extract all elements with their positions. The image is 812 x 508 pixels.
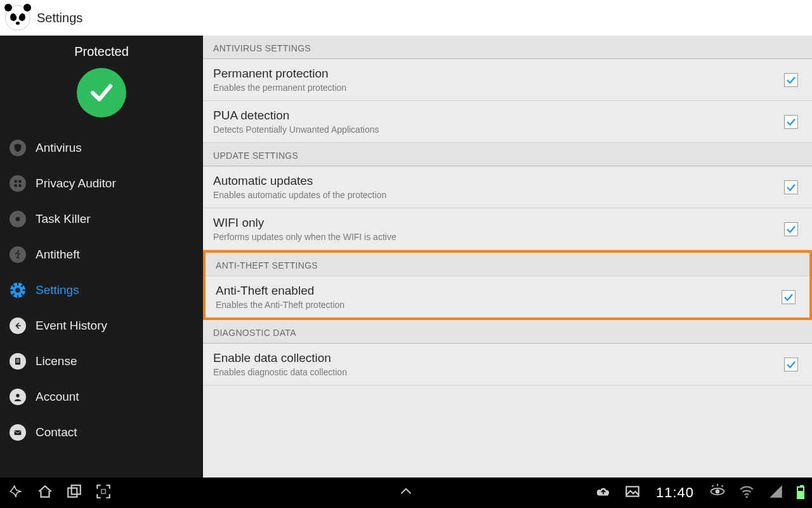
protection-status-label: Protected (0, 44, 203, 59)
svg-rect-17 (16, 359, 19, 360)
svg-rect-9 (17, 295, 18, 298)
sidebar-item-antivirus[interactable]: Antivirus (0, 130, 203, 166)
sidebar-item-antitheft[interactable]: Antitheft (0, 237, 203, 272)
sidebar-item-label: License (36, 354, 77, 368)
home-icon[interactable] (37, 483, 53, 502)
system-navbar: 11:40 (0, 478, 812, 508)
svg-rect-0 (15, 180, 17, 183)
svg-rect-25 (626, 486, 639, 496)
svg-rect-21 (15, 431, 22, 435)
setting-title: Enable data collection (213, 351, 784, 365)
setting-title: PUA detection (213, 109, 784, 123)
checkbox[interactable] (784, 222, 798, 236)
sidebar-item-label: Task Killer (36, 212, 91, 226)
app-bar-title: Settings (37, 11, 82, 25)
svg-rect-19 (16, 362, 19, 363)
grid-icon (9, 175, 27, 192)
checkbox[interactable] (784, 180, 798, 194)
cloud-upload-icon[interactable] (595, 483, 612, 502)
section-header-diagnostic: DIAGNOSTIC DATA (203, 320, 812, 344)
back-icon[interactable] (8, 483, 24, 502)
checkbox[interactable] (784, 358, 798, 371)
sidebar-item-label: Contact (36, 425, 77, 439)
person-icon (9, 388, 27, 406)
sidebar-item-task-killer[interactable]: Task Killer (0, 201, 203, 237)
setting-subtitle: Enables the Anti-Theft protection (216, 300, 782, 310)
sidebar-item-label: Account (36, 390, 79, 404)
battery-icon (797, 486, 804, 499)
target-icon (9, 210, 27, 228)
sidebar-item-license[interactable]: License (0, 344, 203, 379)
checkbox[interactable] (784, 115, 798, 129)
svg-rect-22 (68, 488, 77, 497)
settings-content[interactable]: ANTIVIRUS SETTINGS Permanent protection … (203, 36, 812, 478)
mail-icon (9, 424, 27, 441)
setting-wifi-only[interactable]: WIFI only Performs updates only when the… (203, 208, 812, 250)
sidebar-item-label: Event History (36, 319, 107, 333)
svg-point-26 (716, 490, 720, 494)
sidebar-item-label: Privacy Auditor (36, 177, 116, 190)
arrow-left-icon (9, 317, 27, 335)
checkmark-icon (77, 68, 126, 117)
status-clock: 11:40 (656, 485, 694, 501)
svg-point-5 (17, 250, 19, 252)
image-icon[interactable] (624, 483, 641, 502)
svg-rect-18 (16, 361, 19, 361)
highlighted-antitheft-section: ANTI-THEFT SETTINGS Anti-Theft enabled E… (203, 250, 812, 320)
checkbox[interactable] (782, 290, 796, 304)
section-header-update: UPDATE SETTINGS (203, 143, 812, 166)
svg-point-7 (15, 288, 20, 293)
svg-rect-8 (17, 283, 18, 285)
sidebar-item-settings[interactable]: Settings (0, 272, 203, 308)
signal-icon (768, 483, 784, 502)
svg-rect-24 (102, 490, 106, 494)
app-logo-icon (5, 5, 30, 30)
sidebar-item-account[interactable]: Account (0, 379, 203, 415)
svg-point-20 (16, 394, 19, 397)
sidebar-item-label: Antitheft (36, 248, 80, 262)
sidebar: Protected Antivirus Privacy Auditor Task… (0, 36, 203, 478)
run-icon (9, 246, 27, 264)
setting-subtitle: Enables the permanent protection (213, 83, 784, 93)
document-icon (9, 352, 27, 370)
main-area: Protected Antivirus Privacy Auditor Task… (0, 36, 812, 478)
svg-rect-3 (18, 184, 21, 187)
setting-automatic-updates[interactable]: Automatic updates Enables automatic upda… (203, 166, 812, 208)
section-header-antitheft: ANTI-THEFT SETTINGS (206, 253, 809, 276)
setting-title: WIFI only (213, 216, 784, 230)
svg-rect-16 (15, 358, 20, 365)
setting-subtitle: Enables diagnostic data collection (213, 367, 784, 377)
setting-subtitle: Detects Potentially Unwanted Application… (213, 124, 784, 135)
checkbox[interactable] (784, 73, 798, 87)
section-header-antivirus: ANTIVIRUS SETTINGS (203, 36, 812, 59)
sidebar-item-privacy-auditor[interactable]: Privacy Auditor (0, 166, 203, 201)
drawer-handle-icon[interactable] (398, 483, 414, 502)
svg-rect-2 (15, 184, 17, 187)
protection-status: Protected (0, 44, 203, 130)
gear-icon (9, 281, 27, 299)
svg-rect-10 (10, 290, 13, 291)
recent-apps-icon[interactable] (66, 483, 82, 502)
svg-rect-1 (18, 180, 21, 183)
setting-permanent-protection[interactable]: Permanent protection Enables the permane… (203, 59, 812, 101)
svg-rect-11 (23, 290, 25, 291)
svg-point-4 (16, 217, 20, 222)
eye-icon[interactable] (709, 483, 726, 502)
setting-data-collection[interactable]: Enable data collection Enables diagnosti… (203, 344, 812, 385)
setting-pua-detection[interactable]: PUA detection Detects Potentially Unwant… (203, 101, 812, 143)
setting-title: Anti-Theft enabled (216, 284, 782, 298)
sidebar-item-label: Antivirus (36, 141, 82, 155)
screenshot-icon[interactable] (95, 483, 112, 502)
app-bar: Settings (0, 0, 812, 36)
setting-antitheft-enabled[interactable]: Anti-Theft enabled Enables the Anti-Thef… (206, 276, 809, 318)
setting-subtitle: Enables automatic updates of the protect… (213, 190, 784, 200)
setting-title: Permanent protection (213, 67, 784, 81)
sidebar-item-event-history[interactable]: Event History (0, 308, 203, 344)
sidebar-item-contact[interactable]: Contact (0, 415, 203, 450)
setting-title: Automatic updates (213, 174, 784, 188)
svg-point-27 (745, 496, 747, 498)
svg-rect-23 (72, 485, 81, 494)
setting-subtitle: Performs updates only when the WIFI is a… (213, 232, 784, 242)
wifi-icon (738, 483, 755, 502)
sidebar-item-label: Settings (36, 283, 79, 297)
